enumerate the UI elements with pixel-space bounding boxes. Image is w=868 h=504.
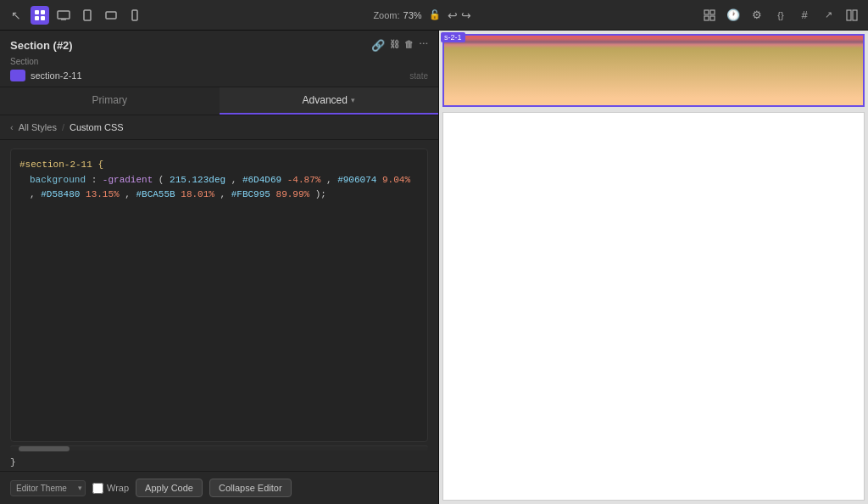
bottom-toolbar: Editor Theme Wrap Apply Code Collapse Ed… [0,471,438,504]
code-braces-icon[interactable]: {} [771,6,790,25]
css-close-paren: ); [315,189,326,199]
breadcrumb-custom-css[interactable]: Custom CSS [70,122,124,132]
css-stop2-hex: #906074 [337,175,376,185]
code-editor[interactable]: #section-2-11 { background : -gradient (… [10,148,428,442]
css-stop3-hex: #D58480 [41,189,80,199]
extend-icon[interactable] [843,6,861,25]
css-stop5-hex: #FBC995 [231,189,270,199]
svg-rect-8 [132,10,137,20]
code-selector-line: #section-2-11 { [19,158,419,173]
collapse-editor-button[interactable]: Collapse Editor [209,479,292,497]
css-stop3-pct: 13.15% [86,189,120,199]
svg-rect-13 [847,10,851,20]
top-toolbar: ↖ [0,0,868,31]
toolbar-center: Zoom: 73% 🔓 ↩ ↪ [373,8,470,22]
section-id-row: section-2-11 state [10,70,428,81]
left-panel: Section (#2) 🔗 ⛓ 🗑 ⋯ Section section-2-1… [0,31,439,504]
zoom-value[interactable]: 73% [403,10,422,20]
css-stop4-pct: 18.01% [181,189,214,199]
editor-theme-select[interactable]: Editor Theme [10,480,86,496]
tabs-row: Primary Advanced ▾ [0,87,438,115]
breadcrumb-separator: / [62,122,64,132]
svg-rect-1 [41,10,45,14]
section-id-badge: section-2-11 [10,70,82,81]
color-swatch[interactable] [10,70,25,81]
more-icon[interactable]: ⋯ [419,39,428,52]
chain-icon[interactable]: ⛓ [390,39,399,52]
state-label: state [409,71,428,81]
tablet-icon[interactable] [78,6,97,25]
settings-icon[interactable]: ⚙ [748,6,766,25]
zoom-label: Zoom: [373,10,399,20]
code-editor-area: #section-2-11 { background : -gradient (… [0,140,438,454]
main-layout: Section (#2) 🔗 ⛓ 🗑 ⋯ Section section-2-1… [0,31,868,504]
panel-title-row: Section (#2) 🔗 ⛓ 🗑 ⋯ [10,39,428,52]
breadcrumb-all-styles[interactable]: All Styles [19,122,57,132]
right-canvas: s-2-1 [439,31,868,504]
horizontal-scrollbar[interactable] [10,445,428,451]
breadcrumb: ‹ All Styles / Custom CSS [0,115,438,140]
css-gradient-fn: -gradient [103,175,153,185]
component-icon[interactable] [31,6,49,25]
css-stop4-hex: #BCA55B [136,189,175,199]
panel-header: Section (#2) 🔗 ⛓ 🗑 ⋯ Section section-2-1… [0,31,438,87]
section-id-text: section-2-11 [31,70,82,81]
tab-advanced[interactable]: Advanced ▾ [220,87,439,115]
monitor-icon[interactable] [54,6,73,25]
css-comma3: , [30,189,41,199]
clock-icon[interactable]: 🕐 [724,6,743,25]
css-stop2-pct: 9.04% [382,175,410,185]
grid-icon[interactable] [700,6,719,25]
svg-rect-3 [41,16,45,20]
wrap-checkbox-label[interactable]: Wrap [92,483,129,494]
canvas-section-element[interactable] [442,34,865,107]
svg-rect-2 [35,16,39,20]
panel-title-text: Section (#2) [10,39,73,52]
css-angle: 215.123deg [170,175,225,185]
cursor-icon[interactable]: ↖ [7,6,25,25]
css-comma1: , [231,175,242,185]
svg-rect-12 [710,16,715,20]
svg-rect-6 [84,10,91,20]
svg-rect-4 [58,11,70,19]
canvas-section-gradient [444,36,863,105]
link-icon[interactable]: 🔗 [371,39,385,52]
svg-rect-7 [106,12,116,19]
apply-code-button[interactable]: Apply Code [136,479,203,497]
toolbar-left: ↖ [7,6,144,25]
svg-rect-10 [710,10,715,14]
css-comma2: , [326,175,337,185]
css-stop1-pct: -4.87% [287,175,321,185]
editor-theme-wrapper[interactable]: Editor Theme [10,480,86,496]
tab-advanced-arrow: ▾ [351,96,355,104]
hash-icon[interactable]: # [795,6,814,25]
scrollbar-thumb[interactable] [19,446,70,451]
panel-subtitle: Section [10,57,428,66]
canvas-section-label: s-2-1 [441,32,465,42]
css-comma4: , [125,189,136,199]
css-stop1-hex: #6D4D69 [242,175,281,185]
delete-icon[interactable]: 🗑 [404,39,414,52]
css-property: background [30,175,86,185]
svg-rect-14 [853,10,857,20]
lock-icon[interactable]: 🔓 [429,9,441,20]
svg-rect-11 [704,16,709,20]
css-paren: ( [159,175,164,185]
wrap-checkbox-input[interactable] [92,483,103,494]
breadcrumb-back-icon[interactable]: ‹ [10,122,14,132]
redo-icon[interactable]: ↪ [461,8,471,22]
undo-icon[interactable]: ↩ [448,8,458,22]
svg-rect-9 [704,10,709,14]
toolbar-right: 🕐 ⚙ {} # ↗ [700,6,861,25]
export-icon[interactable]: ↗ [819,6,837,25]
panel-title-icons: 🔗 ⛓ 🗑 ⋯ [371,39,428,52]
wrap-label: Wrap [107,483,129,493]
phone-icon[interactable] [125,6,144,25]
css-stop5-pct: 89.99% [276,189,310,199]
code-closing-brace: } [0,454,438,471]
tab-primary[interactable]: Primary [0,87,220,115]
phone-wide-icon[interactable] [102,6,120,25]
code-property-line: background : -gradient ( 215.123deg , #6… [19,173,419,203]
css-colon: : [92,175,103,185]
canvas-white-area [442,112,865,501]
